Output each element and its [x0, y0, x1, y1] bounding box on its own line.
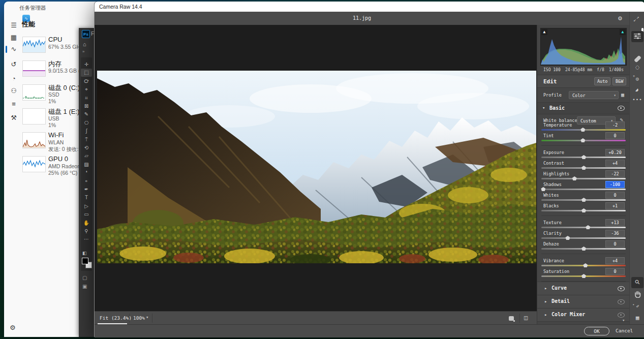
slider-value[interactable]: +4 — [605, 257, 625, 264]
ok-button[interactable]: OK — [584, 327, 609, 335]
zoom-100-tab[interactable]: 100% — [133, 315, 145, 321]
more-tools-icon[interactable]: ⋯ — [81, 235, 92, 243]
bw-button[interactable]: B&W — [612, 77, 626, 85]
slider-thumb[interactable] — [583, 263, 588, 267]
taskmgr-nav-details-icon[interactable]: ≡ — [4, 100, 23, 108]
slider-value[interactable]: 0 — [605, 132, 625, 139]
section-curve[interactable]: ▸Curve — [537, 282, 630, 295]
settings-gear-icon[interactable]: ⚙ — [10, 324, 16, 331]
basic-visibility-eye-icon[interactable] — [618, 106, 625, 111]
photo-preview[interactable] — [97, 71, 536, 263]
white-balance-eyedropper-icon[interactable]: ✐ — [618, 118, 625, 121]
profile-browser-icon[interactable]: ▦ — [621, 92, 624, 98]
lasso-tool-icon[interactable]: ℺ — [81, 77, 92, 85]
slider-thumb[interactable] — [581, 155, 586, 159]
section-detail[interactable]: ▸Detail — [537, 295, 630, 309]
masking-icon[interactable]: ◌ — [630, 64, 644, 71]
slider-track[interactable] — [541, 248, 626, 250]
frame-tool-icon[interactable]: ⊠ — [81, 102, 92, 110]
slider-thumb[interactable] — [581, 166, 586, 170]
dialog-titlebar[interactable]: Camera Raw 14.4 — [95, 2, 644, 12]
foreground-color-swatch[interactable] — [82, 258, 88, 264]
slider-track[interactable] — [541, 129, 626, 131]
slider-value[interactable]: +1 — [605, 202, 625, 209]
slider-value[interactable]: 0 — [605, 240, 625, 248]
geometry-clean-icon[interactable]: ✏ — [629, 298, 644, 313]
slider-thumb[interactable] — [581, 274, 586, 278]
auto-button[interactable]: Auto — [594, 77, 610, 85]
healing-brush-tool-icon[interactable]: ⎔ — [81, 119, 92, 127]
mask-mode-icon[interactable]: ◧ — [82, 251, 87, 256]
blur-tool-icon[interactable]: ❛ — [81, 169, 92, 177]
toolbar-collapse-icon[interactable]: » — [82, 49, 84, 54]
dodge-tool-icon[interactable]: ⚬ — [81, 177, 92, 186]
crop-tool-icon[interactable]: ⌗ — [81, 94, 92, 102]
hand-tool-icon[interactable] — [630, 291, 644, 298]
taskmgr-nav-app-history-icon[interactable]: ↺ — [4, 60, 23, 69]
eraser-tool-icon[interactable]: ▱ — [81, 152, 92, 160]
preview-toggle-icon[interactable] — [509, 316, 514, 321]
slider-thumb[interactable] — [580, 138, 585, 142]
more-options-icon[interactable]: ••• — [630, 97, 644, 102]
slider-track[interactable] — [541, 265, 626, 266]
slider-thumb[interactable] — [581, 208, 586, 212]
slider-thumb[interactable] — [572, 176, 577, 180]
presets-icon[interactable]: ◗ — [629, 83, 644, 98]
taskmgr-nav-processes-icon[interactable]: ▦ — [4, 33, 23, 42]
zoom-fit-tab[interactable]: Fit (23.4%) — [100, 315, 132, 321]
taskmgr-nav-users-icon[interactable]: ⚇ — [4, 86, 23, 95]
section-visibility-eye-icon[interactable] — [618, 299, 625, 304]
slider-track[interactable] — [541, 210, 626, 211]
slider-thumb[interactable] — [581, 198, 586, 202]
slider-value[interactable]: 0 — [605, 268, 625, 275]
red-eye-removal-icon[interactable]: ⊙ — [630, 76, 644, 82]
preferences-gear-icon[interactable]: ⚙ — [618, 14, 622, 22]
panel-scroll-down-icon[interactable]: ▾ — [622, 318, 625, 323]
taskmgr-nav-menu-icon[interactable]: ☰ — [4, 21, 23, 29]
histogram[interactable]: ▲ ▲ — [540, 28, 627, 66]
slider-value[interactable]: +13 — [605, 219, 625, 226]
slider-value[interactable]: +4 — [605, 160, 625, 167]
history-brush-tool-icon[interactable]: ⟲ — [81, 144, 92, 152]
slider-value[interactable]: -100 — [605, 181, 625, 188]
home-icon[interactable]: ⌂ — [83, 41, 86, 47]
slider-track[interactable] — [541, 157, 626, 158]
profile-dropdown[interactable]: Color▾ — [569, 91, 619, 99]
slider-track[interactable] — [541, 275, 626, 277]
taskmgr-nav-performance-icon[interactable]: ∿ — [4, 45, 23, 53]
cancel-button[interactable]: Cancel — [616, 328, 633, 333]
path-select-tool-icon[interactable]: ▷ — [81, 202, 92, 210]
section-visibility-eye-icon[interactable] — [618, 313, 625, 318]
move-tool-icon[interactable]: ✛ — [81, 60, 92, 69]
slider-value[interactable]: -2 — [605, 121, 625, 129]
slider-track[interactable] — [541, 237, 626, 239]
slider-track[interactable] — [541, 178, 626, 179]
slider-value[interactable]: -22 — [605, 170, 625, 177]
slider-value[interactable]: +0.20 — [605, 149, 625, 156]
type-tool-icon[interactable]: T — [81, 194, 92, 202]
zoom-tool-icon[interactable]: ⚲ — [81, 227, 92, 235]
before-after-view-icon[interactable]: ◫ — [524, 314, 528, 321]
healing-brush-icon[interactable] — [634, 55, 641, 63]
slider-thumb[interactable] — [586, 225, 590, 229]
zoom-level-chevron-icon[interactable]: ▾ — [146, 315, 148, 320]
slider-track[interactable] — [541, 227, 626, 228]
slider-thumb[interactable] — [580, 128, 585, 132]
slider-thumb[interactable] — [581, 246, 586, 251]
marquee-tool-icon[interactable]: ⬚ — [81, 69, 92, 77]
slider-value[interactable]: 0 — [605, 192, 625, 199]
quick-mask-icon[interactable]: ▢ — [82, 275, 87, 281]
hand-tool-icon[interactable]: ✋ — [81, 219, 92, 227]
slider-track[interactable] — [541, 167, 626, 169]
slider-thumb[interactable] — [541, 187, 545, 191]
clone-stamp-tool-icon[interactable]: ⍑ — [81, 136, 92, 144]
fullscreen-toggle-icon[interactable]: ↗↙ — [630, 15, 644, 23]
slider-track[interactable] — [541, 189, 626, 190]
gradient-tool-icon[interactable]: ▨ — [81, 161, 92, 169]
section-color-mixer[interactable]: ▸Color Mixer — [537, 308, 630, 322]
grid-overlay-icon[interactable]: ▦ — [630, 315, 644, 321]
edit-sliders-icon[interactable] — [630, 33, 644, 40]
section-visibility-eye-icon[interactable] — [618, 286, 625, 291]
eyedropper-tool-icon[interactable]: ✎ — [81, 110, 92, 118]
brush-tool-icon[interactable]: ʃ — [81, 127, 92, 135]
